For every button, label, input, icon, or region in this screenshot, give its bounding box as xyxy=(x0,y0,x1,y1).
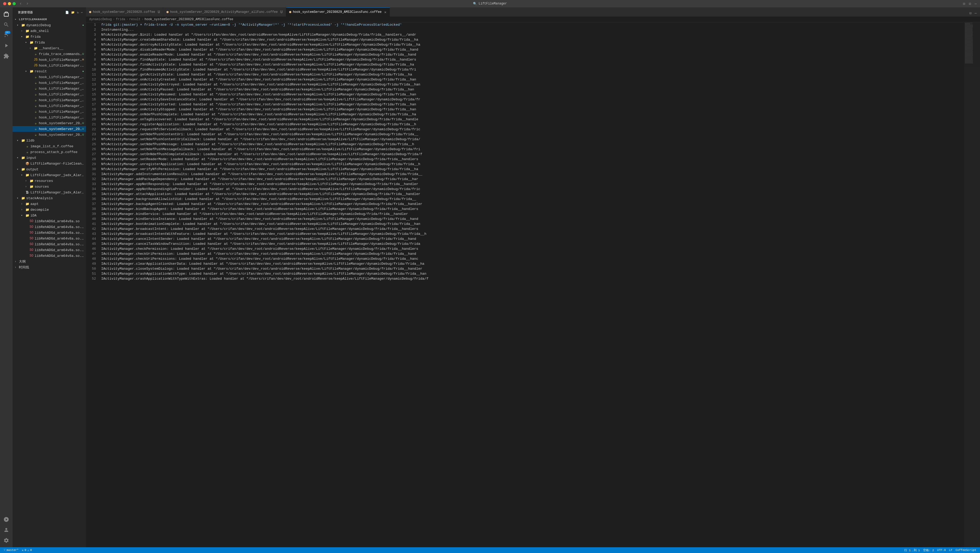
source-control-activity-icon[interactable]: 1K+ xyxy=(2,30,11,40)
split-editor-icon[interactable]: ⊡ xyxy=(968,10,972,16)
sidebar-item-file4[interactable]: ☕ hook_LiftFileManager_20230807.coffee xyxy=(13,91,86,97)
file-tree: ▾ LIFTFILEMANAGER ▾ 📁 dynamicDebug ● › 📁… xyxy=(13,16,86,547)
sidebar-item-resources[interactable]: › 📁 resources xyxy=(13,178,86,184)
sidebar-item-lib7[interactable]: SO libRehADGd_arm64v8a.so.til xyxy=(13,253,86,259)
sidebar-item-lib5[interactable]: SO libRehADGd_arm64v8a.so.id2 xyxy=(13,242,86,247)
minimize-button[interactable] xyxy=(8,2,11,5)
code-editor[interactable]: frida git:(master) × frida-trace -U -n s… xyxy=(99,22,964,547)
language-item[interactable]: CoffeeScript xyxy=(954,548,978,552)
code-line: IActivityManager.bindService: Loaded han… xyxy=(101,211,964,216)
breadcrumb-part[interactable]: frida xyxy=(116,17,125,21)
status-bar: ⑂ master* ✕ 0 ⚠ 0 行 1，列 1 空格: 2 UTF-8 LF… xyxy=(0,547,980,553)
sidebar-item-input[interactable]: ▾ 📁 input xyxy=(13,155,86,160)
split-icon[interactable]: ⊡ xyxy=(968,1,972,6)
title-area: 🔍 LiftFileManager xyxy=(473,2,507,6)
sidebar-item-frida-trace-commands[interactable]: ☕ frida_trace_commands.coffee U xyxy=(13,51,86,57)
sidebar-item-zip[interactable]: 🗜 LiftFileManager_jadx_AlarmManager.zip xyxy=(13,189,86,195)
sidebar-item-frida-top[interactable]: ▾ 📁 frida xyxy=(13,34,86,40)
sidebar-item-hook-js[interactable]: JS hook_LiftFileManager.js xyxy=(13,63,86,68)
sidebar-item-file9[interactable]: ☕ hook_systemServer_20230829_ActivityMan… xyxy=(13,120,86,126)
encoding-item[interactable]: UTF-8 xyxy=(936,548,948,552)
back-button[interactable]: ‹ xyxy=(18,1,23,6)
sidebar-item-aapt[interactable]: › 📁 aapt xyxy=(13,201,86,207)
spaces-item[interactable]: 空格: 2 xyxy=(921,548,936,552)
sidebar-item-file2[interactable]: ☕ hook_LiftFileManager_20230807_killProc… xyxy=(13,80,86,86)
sidebar-item-lib1[interactable]: SO libRehADGd_arm64v8a.so xyxy=(13,218,86,224)
sidebar-item-liftfilemanager[interactable]: ▾ LIFTFILEMANAGER xyxy=(13,16,86,22)
forward-button[interactable]: › xyxy=(25,1,30,6)
git-branch-item[interactable]: ⑂ master* xyxy=(2,547,20,553)
folder-label: resources xyxy=(35,179,84,183)
settings-activity-icon[interactable] xyxy=(2,536,11,545)
sidebar-item-lib6[interactable]: SO libRehADGd_arm64v8a.so.nam xyxy=(13,247,86,253)
sidebar-item-lib4[interactable]: SO libRehADGd_arm64v8a.so.id1 xyxy=(13,236,86,242)
sidebar-item-file7[interactable]: ☕ hook_LiftFileManager_allJavaClassStrLi… xyxy=(13,109,86,114)
code-line: NfcActivityManager.setNdefPushMessage: L… xyxy=(101,142,964,147)
new-folder-icon[interactable]: 📁 xyxy=(71,11,75,14)
sidebar-item-result[interactable]: ▾ 📁 result ● xyxy=(13,68,86,74)
sidebar-item-stackanalysis[interactable]: ▾ 📁 stackAnalysis xyxy=(13,195,86,201)
sidebar-item-file6[interactable]: ☕ hook_LiftFileManager_ActivityManager_m… xyxy=(13,103,86,109)
layout-icon[interactable]: ⊟ xyxy=(962,1,966,6)
maximize-button[interactable] xyxy=(13,2,16,5)
run-activity-icon[interactable] xyxy=(2,41,11,50)
sidebar-item-jadx-folder[interactable]: ▾ 📁 LiftFileManager_jadx_AlarmManager xyxy=(13,172,86,178)
tab-3[interactable]: hook_systemServer_20230829_AMS3ClassFunc… xyxy=(286,7,390,16)
account-activity-icon[interactable] xyxy=(2,525,11,535)
sidebar-item-outline[interactable]: › 大纲 xyxy=(13,259,86,264)
errors-item[interactable]: ✕ 0 ⚠ 0 xyxy=(20,547,33,553)
close-button[interactable] xyxy=(3,2,6,5)
sidebar-item-frida-sub[interactable]: ▾ 📁 frida xyxy=(13,40,86,45)
more-icon[interactable]: ⋯ xyxy=(974,1,978,6)
line-ending-item[interactable]: LF xyxy=(948,548,954,552)
code-line: IActivityManager.checkPermission: Loaded… xyxy=(101,246,964,251)
sidebar-item-file10[interactable]: ☕ hook_systemServer_20230829_AMS3ClassFu… xyxy=(13,126,86,132)
collapse-all-icon[interactable]: ⋯ xyxy=(81,11,83,14)
breadcrumb-part[interactable]: result xyxy=(129,17,140,21)
remote-activity-icon[interactable] xyxy=(2,515,11,524)
folder-label: output xyxy=(26,167,84,172)
sidebar-item-lib3[interactable]: SO libRehADGd_arm64v8a.so.id0 xyxy=(13,230,86,236)
sidebar-item-sources[interactable]: › 📁 sources xyxy=(13,184,86,189)
sidebar-item-handlers[interactable]: › 📁 __handlers__ xyxy=(13,45,86,51)
sidebar-item-adb-shell[interactable]: › 📁 adb_shell xyxy=(13,28,86,34)
explorer-activity-icon[interactable] xyxy=(2,10,11,19)
line-number: 38 xyxy=(86,207,96,211)
sidebar-item-file11[interactable]: ☕ hook_systemServer_20230829.coffee U xyxy=(13,132,86,138)
sidebar-item-lldb[interactable]: ▾ 📁 lldb xyxy=(13,138,86,143)
more-tabs-icon[interactable]: ⋯ xyxy=(974,10,978,16)
sidebar-item-output[interactable]: ▾ 📁 output xyxy=(13,167,86,172)
breadcrumb-part[interactable]: dynamicDebug xyxy=(89,17,112,21)
warning-count: 0 xyxy=(30,548,32,552)
sidebar-item-dynamicdebug[interactable]: ▾ 📁 dynamicDebug ● xyxy=(13,22,86,28)
sidebar-item-file3[interactable]: ☕ hook_LiftFileManager_20230807_moreCrea… xyxy=(13,86,86,91)
folder-label: adb_shell xyxy=(30,29,84,33)
new-file-icon[interactable]: 📄 xyxy=(65,11,69,14)
position-item[interactable]: 行 1，列 1 xyxy=(903,548,921,552)
sidebar-item-apk[interactable]: 📦 LiftFileManager-FileClean_1.3.1_Apkpur… xyxy=(13,160,86,167)
sidebar-item-file8[interactable]: ☕ hook_LiftFileManager_allJavaClassStrLi… xyxy=(13,114,86,120)
folder-label: lldb xyxy=(26,139,84,143)
tab-close-button[interactable]: U xyxy=(158,10,160,14)
sidebar-item-lib2[interactable]: SO libRehADGd_arm64v8a.so.i64 xyxy=(13,224,86,230)
folder-icon: 📁 xyxy=(21,196,25,200)
breadcrumb-part[interactable]: hook_systemServer_20230829_AMS3ClassFunc… xyxy=(145,17,233,21)
sidebar-item-hook-java[interactable]: JS hook_LiftFileManager_java.js M xyxy=(13,57,86,63)
sidebar-item-decompile[interactable]: › 📁 decompile xyxy=(13,207,86,213)
tab-1[interactable]: hook_systemServer_20230829.coffee U xyxy=(86,7,163,16)
refresh-icon[interactable]: ↻ xyxy=(77,11,79,14)
tab-close-button[interactable]: ✕ xyxy=(384,10,386,14)
so-icon: SO xyxy=(29,225,33,229)
tab-2[interactable]: hook_systemServer_20230829_ActivityManag… xyxy=(163,7,286,16)
sidebar-item-file1[interactable]: ☕ hook_LiftFileManager_20230807_2.coffee xyxy=(13,74,86,80)
search-activity-icon[interactable] xyxy=(2,20,11,29)
coffee-icon: ☕ xyxy=(33,81,38,85)
sidebar-item-timeline[interactable]: › 时间线 xyxy=(13,264,86,270)
sidebar-item-ida[interactable]: ▾ 📁 iDA xyxy=(13,213,86,218)
extensions-activity-icon[interactable] xyxy=(2,51,11,61)
sidebar-item-file5[interactable]: ☕ hook_LiftFileManager_20230808_keepAliv… xyxy=(13,97,86,103)
tab-close-button[interactable]: U xyxy=(280,10,283,14)
activity-bar-bottom xyxy=(2,515,11,547)
sidebar-item-process-attach[interactable]: ☕ process_attach_p.coffee xyxy=(13,149,86,155)
sidebar-item-image-list[interactable]: ☕ image_list_o_f.coffee xyxy=(13,143,86,149)
